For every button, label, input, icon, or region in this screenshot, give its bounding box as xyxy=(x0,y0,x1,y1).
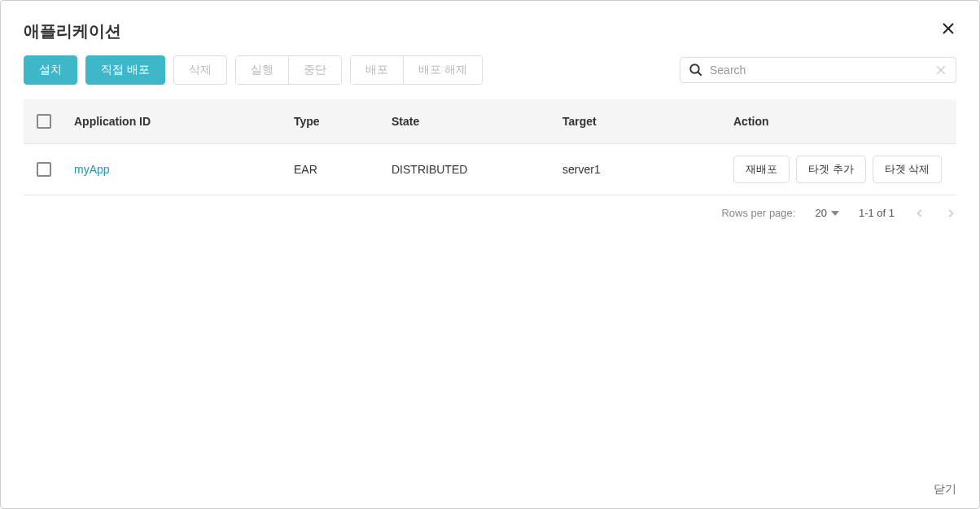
app-id-link[interactable]: myApp xyxy=(74,163,110,176)
run-button[interactable]: 실행 xyxy=(236,56,289,84)
table-container: Application ID Type State Target Action … xyxy=(1,99,979,195)
action-buttons: 재배포 타겟 추가 타겟 삭제 xyxy=(733,156,947,183)
row-checkbox[interactable] xyxy=(37,162,51,177)
svg-point-2 xyxy=(690,64,699,73)
header-type: Type xyxy=(284,99,382,144)
svg-line-3 xyxy=(698,72,702,76)
modal-header: 애플리케이션 xyxy=(1,1,979,55)
close-button[interactable] xyxy=(940,20,956,37)
delete-target-button[interactable]: 타겟 삭제 xyxy=(873,156,943,183)
direct-deploy-button[interactable]: 직접 배포 xyxy=(85,55,165,85)
page-nav xyxy=(914,208,956,219)
select-all-checkbox[interactable] xyxy=(37,114,51,129)
rows-per-page-value: 20 xyxy=(815,207,826,219)
table-row: myApp EAR DISTRIBUTED server1 재배포 타겟 추가 … xyxy=(24,144,956,195)
undeploy-button[interactable]: 배포 해제 xyxy=(404,56,482,84)
toolbar: 설치 직접 배포 삭제 실행 중단 배포 배포 해제 xyxy=(1,55,979,99)
deploy-button[interactable]: 배포 xyxy=(351,56,404,84)
run-stop-group: 실행 중단 xyxy=(235,55,342,85)
next-page-button[interactable] xyxy=(945,208,956,219)
cell-state: DISTRIBUTED xyxy=(382,144,553,195)
search-icon xyxy=(689,63,703,77)
modal-title: 애플리케이션 xyxy=(24,20,121,42)
search-box[interactable] xyxy=(680,57,956,83)
deploy-undeploy-group: 배포 배포 해제 xyxy=(350,55,483,85)
prev-page-button[interactable] xyxy=(914,208,925,219)
redeploy-button[interactable]: 재배포 xyxy=(733,156,790,183)
header-action: Action xyxy=(724,99,956,144)
dropdown-icon xyxy=(831,209,839,217)
close-icon xyxy=(941,21,956,36)
applications-modal: 애플리케이션 설치 직접 배포 삭제 실행 중단 배포 배포 해제 xyxy=(0,0,980,509)
rows-per-page-label: Rows per page: xyxy=(721,207,795,219)
applications-table: Application ID Type State Target Action … xyxy=(24,99,956,195)
page-info: 1-1 of 1 xyxy=(859,207,895,219)
add-target-button[interactable]: 타겟 추가 xyxy=(796,156,866,183)
svg-marker-6 xyxy=(831,211,839,216)
row-checkbox-cell xyxy=(24,144,64,195)
delete-button[interactable]: 삭제 xyxy=(173,55,227,85)
header-state: State xyxy=(382,99,553,144)
pagination: Rows per page: 20 1-1 of 1 xyxy=(1,195,979,219)
header-checkbox-cell xyxy=(24,99,64,144)
chevron-right-icon xyxy=(945,208,956,219)
cell-app-id: myApp xyxy=(64,144,284,195)
cell-action: 재배포 타겟 추가 타겟 삭제 xyxy=(724,144,956,195)
stop-button[interactable]: 중단 xyxy=(289,56,341,84)
install-button[interactable]: 설치 xyxy=(24,55,77,85)
header-target: Target xyxy=(553,99,724,144)
clear-search-icon[interactable] xyxy=(934,64,947,77)
header-app-id: Application ID xyxy=(64,99,284,144)
cell-type: EAR xyxy=(284,144,382,195)
search-input[interactable] xyxy=(710,64,934,77)
rows-per-page-selector[interactable]: 20 xyxy=(815,207,838,219)
close-link[interactable]: 닫기 xyxy=(934,482,956,497)
cell-target: server1 xyxy=(553,144,724,195)
chevron-left-icon xyxy=(914,208,925,219)
table-header-row: Application ID Type State Target Action xyxy=(24,99,956,144)
modal-footer: 닫기 xyxy=(1,474,979,508)
